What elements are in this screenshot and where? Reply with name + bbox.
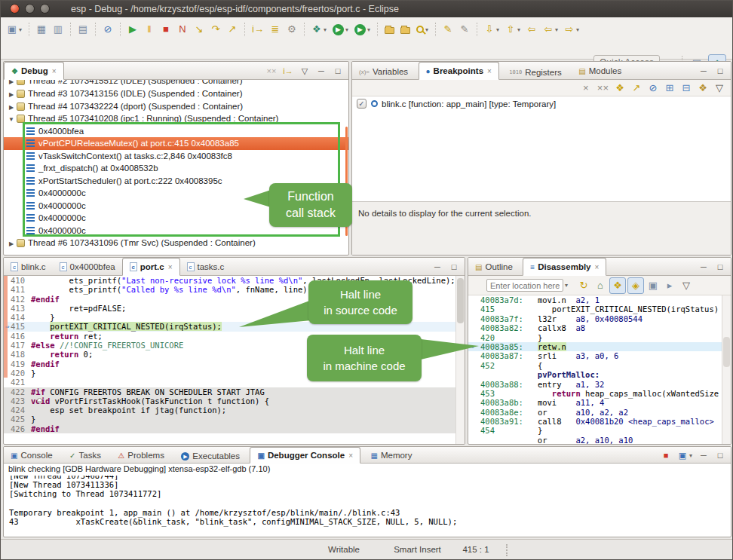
close-icon[interactable]: × — [595, 263, 600, 271]
breakpoint-checkbox[interactable]: ✓ — [357, 99, 366, 109]
debug-thread-row[interactable]: ▶Thread #6 1073431096 (Tmr Svc) (Suspend… — [4, 237, 348, 249]
open-project-icon[interactable] — [382, 23, 397, 35]
line-number[interactable]: 425 — [4, 415, 31, 424]
minimize-icon[interactable]: ─ — [696, 259, 711, 274]
tab-memory[interactable]: ▦ Memory — [363, 447, 419, 464]
code-line[interactable]: 422#if CONFIG_FREERTOS_BREAK_ON_SCHEDULE… — [4, 387, 465, 396]
disassembly-line[interactable]: or a2, a10, a10 — [468, 436, 731, 445]
forward-icon[interactable]: ⇨▾ — [562, 22, 581, 37]
debug-thread-row[interactable]: ▶Thread #2 1073415512 (IDLE) (Suspended … — [4, 80, 348, 87]
expand-arrow-icon[interactable]: ▶ — [8, 238, 15, 251]
minimize-icon[interactable]: ─ — [430, 259, 445, 274]
dropdown-arrow-icon[interactable]: ▾ — [689, 452, 692, 459]
tab-debug[interactable]: ❖ Debug × — [4, 62, 64, 80]
back-history-icon[interactable]: ⇦▾ — [541, 22, 560, 37]
line-number[interactable]: 416 — [4, 332, 31, 341]
dropdown-arrow-icon[interactable]: ▾ — [517, 26, 520, 33]
skip-breakpoints-icon[interactable]: ⊘ — [100, 22, 115, 37]
line-number[interactable]: 411 — [4, 285, 31, 294]
tab-modules[interactable]: ▤ Modules — [572, 62, 628, 80]
line-number[interactable]: 414 — [4, 313, 31, 322]
maximize-icon[interactable]: □ — [713, 63, 728, 78]
instruction-stepping-icon[interactable]: i→ — [250, 22, 266, 37]
window-close-button[interactable] — [10, 4, 20, 14]
show-source-icon[interactable]: ◈ — [627, 277, 644, 294]
location-dropdown-icon[interactable]: ▾ — [565, 282, 568, 289]
code-line[interactable]: 426#endif — [4, 424, 465, 433]
line-number[interactable]: 418 — [4, 350, 31, 359]
remove-all-terminated-icon[interactable]: ×× — [264, 63, 279, 78]
window-minimize-button[interactable] — [25, 4, 35, 14]
editor-scrollbar-thumb[interactable] — [457, 278, 464, 323]
code-line[interactable]: 425} — [4, 415, 465, 424]
suspend-icon[interactable]: ‖ — [142, 22, 157, 37]
debug-frame-row[interactable]: 0x4000bfea — [4, 125, 348, 138]
dropdown-arrow-icon[interactable]: ▾ — [576, 26, 579, 33]
remove-all-breakpoints-icon[interactable]: ×× — [595, 81, 611, 96]
line-number[interactable]: 421 — [4, 378, 31, 387]
disassembly-line[interactable]: 40083a82: callx8 a8 — [468, 323, 731, 332]
disassembly-line[interactable]: pvPortMalloc: — [468, 370, 731, 379]
maximize-icon[interactable]: □ — [713, 448, 728, 463]
open-new-view-icon[interactable]: ▣ — [646, 278, 661, 293]
remove-breakpoint-icon[interactable]: × — [578, 81, 593, 96]
close-icon[interactable]: × — [52, 67, 57, 75]
terminate-console-icon[interactable]: ■ — [658, 448, 673, 463]
tab-breakpoints[interactable]: ● Breakpoints × — [419, 62, 499, 80]
expand-all-icon[interactable]: ⊞ — [662, 81, 677, 96]
debug-frame-row[interactable]: vTaskSwitchContext() at tasks.c:2,846 0x… — [4, 150, 348, 163]
disassembly-line[interactable]: 40083a91: call8 0x40081b20 <heap_caps_ma… — [468, 417, 731, 426]
debug-thread-row[interactable]: ▶Thread #3 1073413156 (IDLE) (Suspended … — [4, 87, 348, 100]
dropdown-arrow-icon[interactable]: ▾ — [496, 26, 499, 33]
line-number[interactable]: 424 — [4, 405, 31, 415]
tab-problems[interactable]: ⚠ Problems — [111, 447, 171, 464]
dropdown-arrow-icon[interactable]: ▾ — [425, 26, 428, 33]
debug-thread-row[interactable]: ▼Thread #5 1073410208 (ipc1 : Running) (… — [4, 112, 348, 125]
maximize-icon[interactable]: □ — [446, 259, 462, 274]
line-number[interactable]: 417 — [4, 341, 31, 350]
location-input[interactable] — [486, 279, 563, 292]
tab-tasks-c[interactable]: ctasks.c — [180, 258, 232, 276]
tab-tasks[interactable]: ✓ Tasks — [63, 447, 108, 464]
dropdown-arrow-icon[interactable]: ▾ — [324, 26, 327, 33]
debug-frame-row[interactable]: _frxt_dispatch() at 0x4008532b — [4, 162, 348, 175]
line-number[interactable]: 426 — [4, 424, 31, 433]
tab-outline[interactable]: ▤ Outline — [468, 258, 520, 276]
annotations-icon[interactable]: ✎ — [457, 22, 472, 37]
minimize-icon[interactable]: ─ — [696, 448, 711, 463]
maximize-icon[interactable]: □ — [713, 259, 728, 274]
save-all-icon[interactable]: ▥ — [51, 22, 66, 37]
fold-marker-icon[interactable]: – — [37, 398, 42, 403]
maximize-icon[interactable]: □ — [330, 63, 345, 78]
disassembly-line[interactable]: 40083a7f: l32r a8, 0x40080544 — [468, 314, 731, 323]
step-into-icon[interactable]: ↘ — [192, 22, 207, 37]
code-line[interactable]: 423–void vPortFirstTaskHook(TaskFunction… — [4, 396, 465, 405]
tab-port-c[interactable]: cport.c× — [122, 258, 180, 276]
disassembly-scrollbar[interactable] — [722, 295, 731, 445]
tab-disassembly[interactable]: ≡ Disassembly × — [523, 258, 606, 276]
disassembly-line[interactable]: 454 } — [468, 426, 731, 435]
step-over-icon[interactable]: ↷ — [208, 22, 223, 37]
save-icon[interactable]: ▦ — [34, 22, 49, 37]
tab-debugger-console[interactable]: ▣ Debugger Console × — [250, 447, 360, 464]
disassembly-line[interactable]: 40083a88: entry a1, 32 — [468, 380, 731, 389]
window-maximize-button[interactable] — [40, 4, 50, 14]
code-line[interactable]: 424 esp_set_breakpoint_if_jtag(function)… — [4, 405, 465, 415]
close-icon[interactable]: × — [487, 67, 492, 75]
back-icon[interactable]: ⇦ — [524, 22, 539, 37]
disassembly-line[interactable]: 452 { — [468, 361, 731, 370]
disassembly-line[interactable]: 40083a87: srli a3, a0, 6 — [468, 351, 731, 360]
console-output[interactable]: [New Thread 1073468744][New Thread 10734… — [4, 476, 731, 536]
resume-icon[interactable]: ▶ — [125, 22, 140, 37]
disassembly-scrollbar-thumb[interactable] — [723, 337, 730, 367]
disassembly-line[interactable]: 40083a8e: or a10, a2, a2 — [468, 408, 731, 417]
close-icon[interactable]: × — [348, 451, 353, 460]
open-folder-icon[interactable] — [398, 23, 413, 35]
dropdown-arrow-icon[interactable]: ▾ — [19, 26, 22, 33]
debug-thread-row[interactable]: ▶Thread #4 1073432224 (dport) (Suspended… — [4, 100, 348, 113]
view-menu-icon[interactable]: ▽ — [297, 63, 312, 78]
last-edit-location-icon[interactable]: ⇩▾ — [482, 22, 501, 37]
disassembly-line[interactable]: 420 } — [468, 333, 731, 342]
program-flash-icon[interactable]: ▤ — [75, 22, 90, 37]
pin-editor-icon[interactable]: ⇧▾ — [503, 22, 523, 37]
